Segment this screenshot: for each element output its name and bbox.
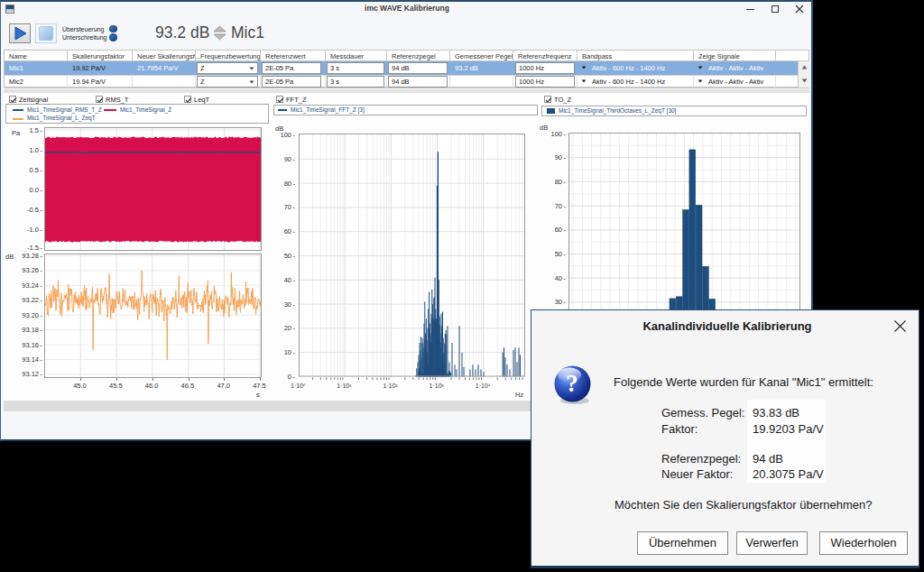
svg-text:?: ? [566, 370, 578, 397]
